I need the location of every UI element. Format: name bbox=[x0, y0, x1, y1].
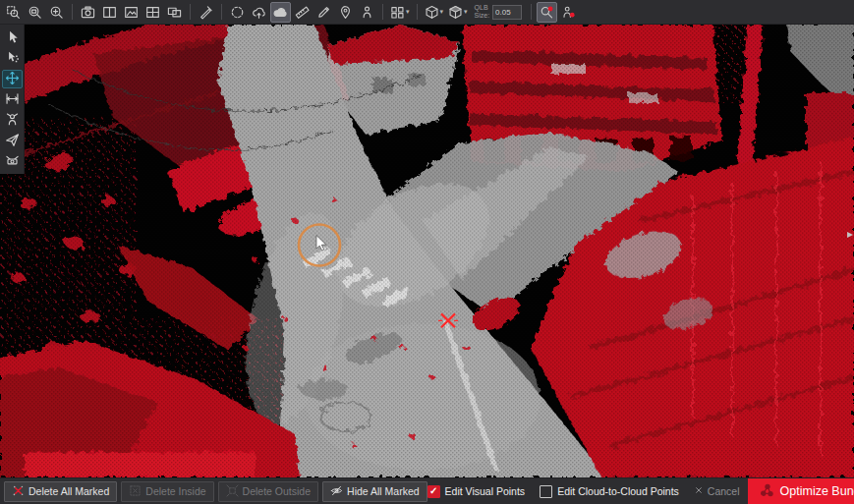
edit-cloud-to-cloud-points-checkbox[interactable]: ✓Edit Cloud-to-Cloud Points bbox=[540, 485, 679, 498]
toolbar-separator bbox=[221, 4, 222, 20]
panorama-person-button[interactable] bbox=[357, 2, 377, 23]
zoom-extents-button[interactable] bbox=[46, 2, 67, 23]
panel-grid-icon bbox=[145, 5, 160, 20]
zoom-select-button[interactable] bbox=[3, 2, 24, 23]
qlb-size-input[interactable] bbox=[492, 5, 522, 20]
cube-view-button[interactable]: ▾ bbox=[423, 2, 446, 23]
close-icon bbox=[694, 485, 704, 497]
cloud-upload-button[interactable] bbox=[249, 2, 269, 23]
button-label: Delete All Marked bbox=[28, 485, 109, 497]
button-label: Delete Inside bbox=[145, 485, 205, 497]
circle-select-icon bbox=[230, 5, 245, 20]
checkbox-label: Edit Visual Points bbox=[445, 485, 526, 497]
left-tool-palette bbox=[0, 25, 25, 174]
knife-tool-button[interactable] bbox=[196, 2, 216, 23]
toolbar-separator bbox=[531, 4, 532, 20]
checkbox-label: Edit Cloud-to-Cloud Points bbox=[557, 485, 679, 497]
delete-inside-button: Delete Inside bbox=[121, 481, 213, 502]
checkbox-icon: ✓ bbox=[427, 485, 440, 498]
qlb-size-group: QLB Size: bbox=[475, 4, 523, 20]
person-pano-icon bbox=[360, 5, 374, 20]
checkbox-icon: ✓ bbox=[540, 485, 552, 498]
panel-grid-button[interactable] bbox=[142, 2, 163, 23]
camera-button[interactable] bbox=[78, 2, 98, 23]
cloud-icon bbox=[273, 5, 288, 20]
zoom-extents-icon bbox=[49, 5, 64, 20]
find-marker-button[interactable] bbox=[537, 2, 557, 23]
qlb-label-line1: QLB bbox=[475, 4, 490, 12]
person-view-icon bbox=[5, 112, 20, 130]
panel-dual-icon bbox=[167, 5, 182, 20]
optimize-bundle-label: Optimize Bundle bbox=[780, 484, 854, 498]
hover-cam-icon bbox=[5, 153, 20, 171]
cube-view-icon bbox=[425, 5, 439, 20]
zoom-select-icon bbox=[6, 5, 21, 20]
mark-delete-icon bbox=[12, 484, 25, 499]
panel-image-button[interactable] bbox=[121, 2, 142, 23]
toolbar-separator bbox=[417, 4, 418, 20]
person-view-button[interactable] bbox=[2, 111, 23, 130]
cancel-button[interactable]: Cancel bbox=[694, 485, 740, 497]
measure-width-button[interactable] bbox=[2, 90, 23, 109]
optimize-bundle-button[interactable]: Optimize Bundle bbox=[748, 478, 854, 504]
point-cloud-render bbox=[0, 25, 854, 477]
pan-move-button[interactable] bbox=[2, 70, 23, 88]
panel-split-icon bbox=[102, 5, 117, 20]
zoom-window-icon bbox=[28, 5, 42, 20]
panel-dual-button[interactable] bbox=[164, 2, 185, 23]
bottom-action-bar: Delete All MarkedDelete InsideDelete Out… bbox=[0, 477, 854, 504]
zoom-window-button[interactable] bbox=[25, 2, 45, 23]
knife-icon bbox=[199, 5, 213, 20]
expand-panel-arrow[interactable]: ▸ bbox=[847, 228, 853, 240]
find-marker-icon bbox=[540, 5, 554, 20]
dropdown-caret-icon: ▾ bbox=[440, 8, 444, 16]
cloud-points-button[interactable] bbox=[270, 2, 291, 23]
check-icon: ✓ bbox=[429, 486, 437, 496]
qlb-label-line2: Size: bbox=[475, 12, 490, 20]
edit-checkboxes-group: ✓Edit Visual Points✓Edit Cloud-to-Cloud … bbox=[427, 485, 679, 498]
dropdown-caret-icon: ▾ bbox=[406, 8, 410, 16]
outside-icon bbox=[226, 484, 239, 499]
edit-options-group: ✓Edit Visual Points✓Edit Cloud-to-Cloud … bbox=[427, 485, 748, 498]
dropdown-caret-icon: ▾ bbox=[464, 8, 468, 16]
pencil-icon bbox=[316, 5, 331, 20]
measure-pencil-button[interactable] bbox=[313, 2, 334, 23]
bundle-icon bbox=[759, 482, 774, 501]
hide-all-marked-button[interactable]: Hide All Marked bbox=[322, 481, 427, 502]
delete-outside-button: Delete Outside bbox=[218, 481, 318, 502]
fly-navigation-button[interactable] bbox=[2, 132, 23, 150]
toolbar-separator bbox=[190, 4, 191, 20]
select-pointer-button[interactable] bbox=[2, 28, 23, 47]
hover-camera-button[interactable] bbox=[2, 152, 23, 171]
cancel-label: Cancel bbox=[708, 485, 740, 497]
ruler-icon bbox=[295, 5, 310, 20]
top-toolbar: ▾▾▾ QLB Size: bbox=[0, 0, 854, 25]
location-pin-button[interactable] bbox=[335, 2, 356, 23]
person-marker-button[interactable] bbox=[558, 2, 579, 23]
qlb-size-label: QLB Size: bbox=[475, 4, 490, 20]
edit-visual-points-checkbox[interactable]: ✓Edit Visual Points bbox=[427, 485, 526, 498]
pointer-select-icon bbox=[5, 50, 20, 68]
toolbar-separator bbox=[382, 4, 383, 20]
cloud-upload-icon bbox=[252, 5, 266, 20]
layout-dropdown-button[interactable]: ▾ bbox=[388, 2, 412, 23]
inside-icon bbox=[129, 484, 142, 499]
point-cloud-viewport[interactable]: ▸ bbox=[0, 25, 854, 477]
delete-all-marked-button[interactable]: Delete All Marked bbox=[4, 481, 117, 502]
select-points-button[interactable] bbox=[2, 49, 23, 68]
toolbar-separator bbox=[72, 4, 73, 20]
pointer-icon bbox=[5, 29, 20, 47]
panel-split-button[interactable] bbox=[99, 2, 120, 23]
cube-model-button[interactable]: ▾ bbox=[446, 2, 470, 23]
hide-icon bbox=[330, 484, 343, 499]
ruler-button[interactable] bbox=[292, 2, 313, 23]
circle-select-button[interactable] bbox=[227, 2, 248, 23]
button-label: Hide All Marked bbox=[347, 485, 420, 497]
nav-plane-icon bbox=[5, 133, 20, 150]
button-label: Delete Outside bbox=[243, 485, 311, 497]
pan-move-icon bbox=[5, 71, 20, 88]
person-marker-icon bbox=[561, 5, 576, 20]
pin-icon bbox=[338, 5, 353, 20]
camera-icon bbox=[81, 5, 95, 20]
application-window: ▾▾▾ QLB Size: bbox=[0, 0, 854, 504]
